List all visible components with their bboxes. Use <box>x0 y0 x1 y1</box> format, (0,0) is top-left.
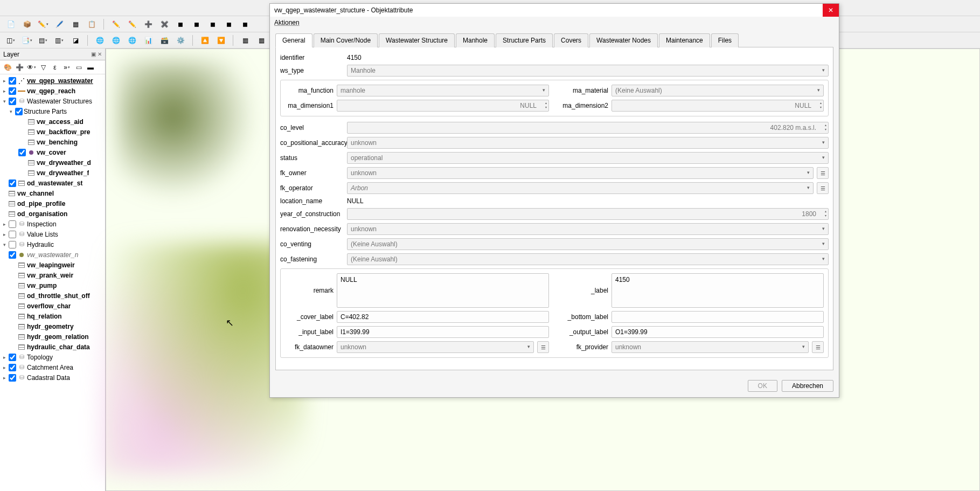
tb-icon[interactable]: ◪ <box>69 34 82 47</box>
dialog-menu[interactable]: Aktionen <box>270 17 839 29</box>
more-icon[interactable]: » <box>61 62 72 73</box>
dialog-title[interactable]: vw_qgep_wastewater_structure - Objektatt… <box>270 4 839 17</box>
layer-item[interactable]: hydr_geometry <box>27 323 74 330</box>
layer-group[interactable]: Inspection <box>27 220 57 228</box>
close-button[interactable]: ✕ <box>823 4 839 17</box>
tb-icon[interactable]: ▦ <box>239 34 252 47</box>
fk-operator-combo[interactable]: Arbon <box>347 182 814 194</box>
layer-check[interactable] <box>9 374 16 382</box>
tab-wastewater-structure[interactable]: Wastewater Structure <box>379 33 455 47</box>
layer-tree[interactable]: ▸⋰vw_qgep_wastewater ▸vw_qgep_reach ▾⛁Wa… <box>0 74 105 491</box>
tab-structure-parts[interactable]: Structure Parts <box>496 33 553 47</box>
tb-icon[interactable]: ▥ <box>53 34 66 47</box>
ma-dim2-input[interactable]: NULL <box>611 100 824 112</box>
layer-group[interactable]: Hydraulic <box>27 241 54 248</box>
layer-item[interactable]: vw_wastewater_n <box>27 251 78 259</box>
tb-icon[interactable]: 📋 <box>85 18 98 31</box>
year-input[interactable]: 1800 <box>347 208 829 220</box>
label-textarea[interactable]: 4150 <box>611 273 824 308</box>
ok-button[interactable]: OK <box>748 380 777 392</box>
fk-dataowner-combo[interactable]: unknown <box>337 341 534 353</box>
ws-type-combo[interactable]: Manhole <box>347 65 829 77</box>
ma-material-combo[interactable]: (Keine Auswahl) <box>611 85 824 96</box>
co-level-input[interactable]: 402.820 m.a.s.l. <box>347 122 829 134</box>
layer-check[interactable] <box>9 251 16 259</box>
layer-item[interactable]: overflow_char <box>27 302 71 310</box>
tb-icon[interactable]: 🌐 <box>93 34 106 47</box>
tab-files[interactable]: Files <box>711 33 739 47</box>
tab-covers[interactable]: Covers <box>554 33 588 47</box>
tb-icon[interactable]: ▦ <box>255 34 268 47</box>
tb-icon[interactable]: ✏️ <box>37 18 50 31</box>
tb-icon[interactable]: ▤ <box>37 34 50 47</box>
tb-icon[interactable]: ◫ <box>4 34 17 47</box>
layer-item[interactable]: vw_channel <box>17 190 54 197</box>
tb-icon[interactable]: ◼ <box>223 18 235 31</box>
layer-item[interactable]: vw_benching <box>37 139 78 146</box>
status-combo[interactable]: operational <box>347 152 829 164</box>
tb-icon[interactable]: ✏️ <box>109 18 122 31</box>
panel-controls[interactable]: ▣ ✕ <box>91 51 102 57</box>
layer-group[interactable]: Structure Parts <box>24 108 67 115</box>
tb-icon[interactable]: 📑 <box>20 34 33 47</box>
layer-check[interactable] <box>9 231 16 238</box>
cancel-button[interactable]: Abbrechen <box>782 380 833 392</box>
remark-textarea[interactable]: NULL <box>337 273 549 308</box>
tb-icon[interactable]: 🌐 <box>109 34 122 47</box>
tb-icon[interactable]: ➕ <box>142 18 155 31</box>
layer-item[interactable]: vw_access_aid <box>37 118 84 126</box>
output-label-input[interactable]: O1=399.99 <box>611 326 824 338</box>
layer-item[interactable]: vw_dryweather_f <box>37 169 89 177</box>
tb-icon[interactable]: 📊 <box>142 34 155 47</box>
filter-icon[interactable]: ▽ <box>38 62 48 73</box>
tb-icon[interactable]: ✏️ <box>126 18 138 31</box>
tab-main-cover-node[interactable]: Main Cover/Node <box>314 33 378 47</box>
layer-item[interactable]: vw_pump <box>27 282 57 289</box>
layer-group[interactable]: Value Lists <box>27 231 58 238</box>
layer-group[interactable]: Wastewater Structures <box>27 98 92 105</box>
co-pos-acc-combo[interactable]: unknown <box>347 137 829 149</box>
layer-group[interactable]: Topology <box>27 354 53 361</box>
tab-general[interactable]: General <box>275 33 312 47</box>
tab-manhole[interactable]: Manhole <box>456 33 495 47</box>
co-fastening-combo[interactable]: (Keine Auswahl) <box>347 253 829 265</box>
tb-icon[interactable]: 🌐 <box>126 34 138 47</box>
fk-owner-combo[interactable]: unknown <box>347 167 814 179</box>
add-group-icon[interactable]: ➕ <box>14 62 25 73</box>
layer-item[interactable]: od_throttle_shut_off <box>27 292 90 300</box>
tb-icon[interactable]: 🔼 <box>198 34 211 47</box>
layer-check[interactable] <box>9 87 16 95</box>
layer-item[interactable]: od_organisation <box>17 210 67 218</box>
fk-dataowner-edit-button[interactable]: ☰ <box>537 341 549 353</box>
layer-check[interactable] <box>9 179 16 187</box>
layer-item[interactable]: hydraulic_char_data <box>27 343 90 351</box>
layer-item[interactable]: vw_dryweather_d <box>37 159 91 167</box>
tb-icon[interactable]: 🗃️ <box>158 34 171 47</box>
tb-icon[interactable]: 🖊️ <box>53 18 66 31</box>
layer-item[interactable]: od_wastewater_st <box>27 179 82 187</box>
tb-icon[interactable]: ◼ <box>206 18 219 31</box>
fk-provider-combo[interactable]: unknown <box>611 341 809 353</box>
layer-check[interactable] <box>9 241 16 248</box>
layer-item[interactable]: hydr_geom_relation <box>27 333 89 341</box>
layer-item[interactable]: vw_backflow_pre <box>37 128 90 136</box>
ma-dim1-input[interactable]: NULL <box>337 100 549 112</box>
layer-check[interactable] <box>9 220 16 228</box>
cover-label-input[interactable]: C=402.82 <box>337 311 549 323</box>
layer-group[interactable]: Cadastral Data <box>27 374 70 382</box>
layer-item[interactable]: vw_cover <box>37 149 66 156</box>
tb-icon[interactable]: 📦 <box>20 18 33 31</box>
layer-item[interactable]: hq_relation <box>27 313 62 320</box>
tb-icon[interactable]: ◼ <box>190 18 203 31</box>
layer-check[interactable] <box>9 77 16 85</box>
input-label-input[interactable]: I1=399.99 <box>337 326 549 338</box>
fk-operator-edit-button[interactable]: ☰ <box>817 182 829 194</box>
tb-icon[interactable]: ▦ <box>69 18 82 31</box>
ma-function-combo[interactable]: manhole <box>337 85 549 96</box>
layer-item[interactable]: vw_qgep_reach <box>27 87 75 95</box>
collapse-icon[interactable]: ▭ <box>73 62 84 73</box>
layer-item[interactable]: od_pipe_profile <box>17 200 65 208</box>
visibility-icon[interactable]: 👁 <box>26 62 37 73</box>
tab-wastewater-nodes[interactable]: Wastewater Nodes <box>589 33 658 47</box>
bottom-label-input[interactable] <box>611 311 824 323</box>
